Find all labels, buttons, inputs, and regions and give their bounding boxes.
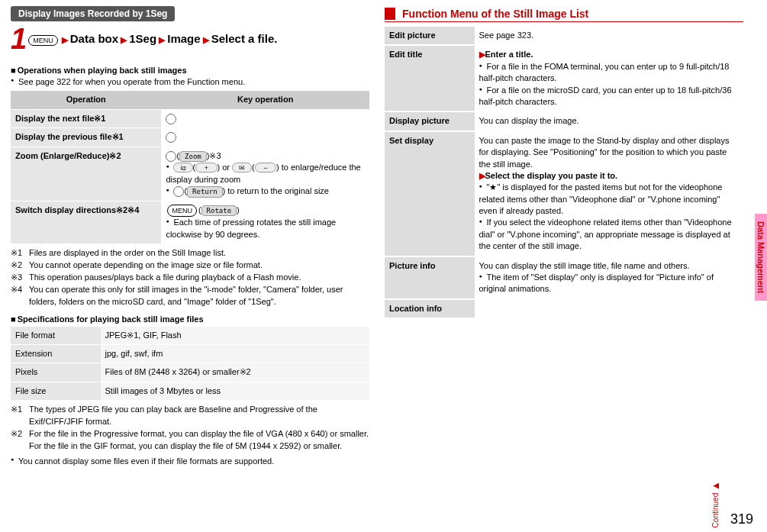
ops-row: Display the next file※1 [11, 109, 369, 127]
ops-key: (Zoom)※3iα( + ) or ✉( − ) to enlarge/red… [161, 147, 369, 201]
func-label: Edit title [385, 45, 475, 111]
specs-row: File formatJPEG※1, GIF, Flash [11, 327, 369, 345]
func-value: You can display the image. [475, 111, 744, 131]
ops-key [161, 128, 369, 147]
footnote: ※2You cannot operate depending on the im… [11, 260, 369, 272]
operations-table: Operation Key operation Display the next… [11, 91, 369, 244]
function-menu-table: Edit pictureSee page 323.Edit title▶Ente… [385, 27, 743, 319]
footnote: ※4You can operate this only for still im… [11, 284, 369, 308]
ops-note: See page 322 for when you operate from t… [11, 76, 369, 88]
func-label: Picture info [385, 256, 475, 299]
step-text-3: Select a file. [211, 32, 278, 45]
ops-label: Zoom (Enlarge/Reduce)※2 [11, 147, 161, 201]
ops-row: Display the previous file※1 [11, 128, 369, 147]
func-row: Edit pictureSee page 323. [385, 27, 743, 45]
func-value: You can display the still image title, f… [475, 256, 744, 299]
ops-row: Switch display directions※2※4MENU(Rotate… [11, 201, 369, 243]
specs-row: File sizeStill images of 3 Mbytes or les… [11, 382, 369, 400]
footnote: ※1The types of JPEG file you can play ba… [11, 404, 369, 428]
step-text-0: Data box [70, 32, 118, 45]
specs-label: Extension [11, 344, 101, 363]
specs-label: File size [11, 382, 101, 400]
ops-th-0: Operation [11, 91, 161, 109]
ops-th-1: Key operation [161, 91, 369, 109]
specs-label: File format [11, 327, 101, 345]
func-value: See page 323. [475, 27, 744, 45]
func-label: Location info [385, 299, 475, 318]
func-title-bar: Function Menu of the Still Image List [385, 6, 743, 22]
specs-value: Files of 8M (2448 x 3264) or smaller※2 [101, 363, 370, 382]
specs-table: File formatJPEG※1, GIF, FlashExtensionjp… [11, 327, 369, 401]
specs-heading: Specifications for playing back still im… [11, 314, 369, 324]
func-value: ▶Enter a title.For a file in the FOMA te… [475, 45, 744, 111]
specs-value: JPEG※1, GIF, Flash [101, 327, 370, 345]
arrow-icon: ▶ [62, 35, 68, 44]
step-1: 1 MENU ▶ Data box ▶ 1Seg ▶ Image ▶ Selec… [11, 24, 369, 53]
specs-value: Still images of 3 Mbytes or less [101, 382, 370, 400]
ops-label: Display the previous file※1 [11, 128, 161, 147]
left-column: Display Images Recorded by 1Seg 1 MENU ▶… [11, 6, 369, 467]
page-number: 319 [730, 511, 753, 527]
func-row: Display pictureYou can display the image… [385, 111, 743, 131]
func-row: Picture infoYou can display the still im… [385, 256, 743, 299]
right-column: Function Menu of the Still Image List Ed… [385, 6, 743, 467]
step-text-2: Image [167, 32, 200, 45]
specs-value: jpg, gif, swf, ifm [101, 344, 370, 363]
footnote: ※2For the file in the Progressive format… [11, 428, 369, 453]
step-text-1: 1Seg [129, 32, 156, 45]
ops-label: Switch display directions※2※4 [11, 201, 161, 243]
ops-key: MENU(Rotate)Each time of pressing rotate… [161, 201, 369, 243]
func-row: Edit title▶Enter a title.For a file in t… [385, 45, 743, 111]
func-row: Set displayYou can paste the image to th… [385, 131, 743, 256]
continued-label: Continued ▶ [711, 482, 720, 527]
side-tab: Data Management [755, 214, 767, 301]
ops-heading: Operations when playing back still image… [11, 66, 369, 75]
func-label: Edit picture [385, 27, 475, 45]
func-label: Display picture [385, 111, 475, 131]
ops-label: Display the next file※1 [11, 109, 161, 127]
specs-label: Pixels [11, 363, 101, 382]
specs-row: Extensionjpg, gif, swf, ifm [11, 344, 369, 363]
func-row: Location info [385, 299, 743, 318]
func-value: You can paste the image to the Stand-by … [475, 131, 744, 256]
func-title: Function Menu of the Still Image List [402, 6, 588, 21]
footnote: ※1Files are displayed in the order on th… [11, 247, 369, 260]
func-label: Set display [385, 131, 475, 256]
arrow-icon: ▶ [203, 35, 209, 44]
specs-row: PixelsFiles of 8M (2448 x 3264) or small… [11, 363, 369, 382]
step-number: 1 [11, 24, 27, 53]
arrow-icon: ▶ [121, 35, 127, 44]
func-marker-icon [385, 8, 395, 20]
specs-footnotes: ※1The types of JPEG file you can play ba… [11, 404, 369, 453]
footnote: ※3This operation pauses/plays back a fil… [11, 272, 369, 284]
section-header: Display Images Recorded by 1Seg [11, 6, 175, 21]
ops-row: Zoom (Enlarge/Reduce)※2(Zoom)※3iα( + ) o… [11, 147, 369, 201]
arrow-icon: ▶ [159, 35, 165, 44]
menu-icon: MENU [28, 35, 58, 46]
specs-tail: You cannot display some files even if th… [11, 456, 369, 467]
ops-key [161, 109, 369, 127]
ops-footnotes: ※1Files are displayed in the order on th… [11, 247, 369, 308]
func-value [475, 299, 744, 318]
